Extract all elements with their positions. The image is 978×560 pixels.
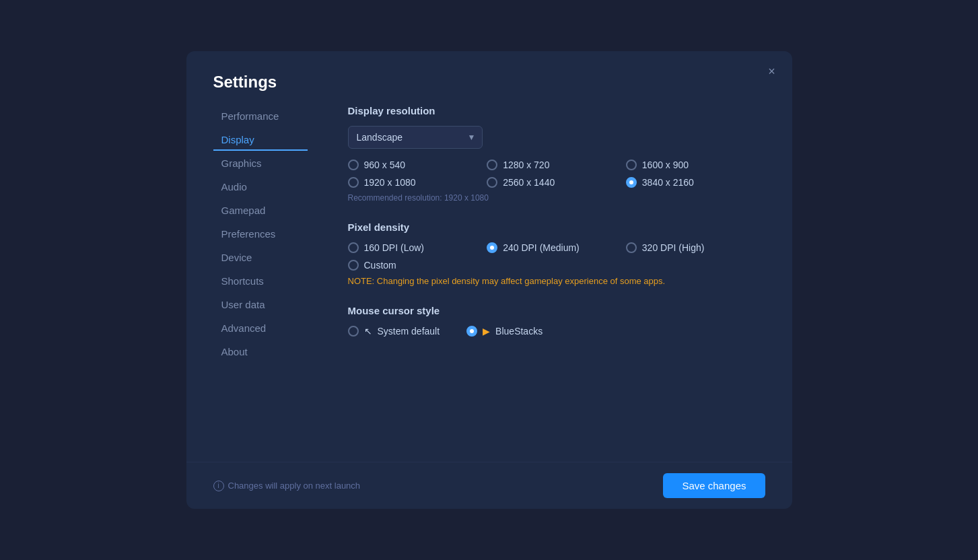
display-resolution-section: Display resolution Landscape Portrait ▼ … <box>348 105 765 203</box>
sidebar-item-user-data[interactable]: User data <box>213 293 308 316</box>
cursor-option-bluestacks[interactable]: ▶BlueStacks <box>466 326 543 337</box>
radio-label: 1280 x 720 <box>503 160 549 170</box>
settings-body: PerformanceDisplayGraphicsAudioGamepadPr… <box>186 105 792 462</box>
radio-circle <box>466 326 477 337</box>
resolution-option-960x540[interactable]: 960 x 540 <box>348 160 487 170</box>
resolution-option-1280x720[interactable]: 1280 x 720 <box>487 160 626 170</box>
cursor-label: BlueStacks <box>495 326 543 337</box>
cursor-icon: ↖ <box>364 326 372 337</box>
radio-label: Custom <box>364 260 396 271</box>
sidebar-item-gamepad[interactable]: Gamepad <box>213 199 308 221</box>
footer: i Changes will apply on next launch Save… <box>186 462 792 509</box>
radio-circle <box>348 242 359 253</box>
radio-circle <box>487 242 497 253</box>
resolution-options: 960 x 5401280 x 7201600 x 9001920 x 1080… <box>348 160 765 188</box>
footer-note-text: Changes will apply on next launch <box>228 481 361 491</box>
sidebar-item-shortcuts[interactable]: Shortcuts <box>213 270 308 292</box>
radio-label: 320 DPI (High) <box>642 242 705 253</box>
pixel-density-title: Pixel density <box>348 221 765 233</box>
radio-circle <box>487 160 497 170</box>
resolution-option-2560x1440[interactable]: 2560 x 1440 <box>487 177 626 188</box>
dpi-option-240[interactable]: 240 DPI (Medium) <box>487 242 626 253</box>
cursor-title: Mouse cursor style <box>348 305 765 316</box>
pixel-density-note: NOTE: Changing the pixel density may aff… <box>348 276 765 286</box>
cursor-section: Mouse cursor style ↖System default▶BlueS… <box>348 305 765 337</box>
radio-label: 240 DPI (Medium) <box>503 242 580 253</box>
resolution-dropdown[interactable]: Landscape Portrait <box>348 126 483 149</box>
cursor-option-system[interactable]: ↖System default <box>348 326 440 337</box>
sidebar-item-preferences[interactable]: Preferences <box>213 223 308 245</box>
radio-label: 960 x 540 <box>364 160 406 170</box>
main-content: Display resolution Landscape Portrait ▼ … <box>321 105 792 462</box>
radio-circle <box>626 160 637 170</box>
resolution-dropdown-wrap: Landscape Portrait ▼ <box>348 126 483 149</box>
sidebar-item-about[interactable]: About <box>213 341 308 363</box>
radio-circle <box>348 326 359 337</box>
dpi-option-custom[interactable]: Custom <box>348 260 487 271</box>
radio-label: 1920 x 1080 <box>364 177 416 188</box>
radio-circle <box>626 177 637 188</box>
footer-note: i Changes will apply on next launch <box>213 481 361 491</box>
cursor-options: ↖System default▶BlueStacks <box>348 326 765 337</box>
save-button[interactable]: Save changes <box>663 473 765 498</box>
sidebar-item-advanced[interactable]: Advanced <box>213 317 308 339</box>
dpi-option-160[interactable]: 160 DPI (Low) <box>348 242 487 253</box>
sidebar-item-performance[interactable]: Performance <box>213 105 308 127</box>
sidebar-item-graphics[interactable]: Graphics <box>213 152 308 174</box>
radio-label: 1600 x 900 <box>642 160 689 170</box>
close-button[interactable]: × <box>763 62 781 81</box>
radio-circle <box>348 160 359 170</box>
dpi-options: 160 DPI (Low)240 DPI (Medium)320 DPI (Hi… <box>348 242 765 271</box>
sidebar-item-display[interactable]: Display <box>213 129 308 151</box>
resolution-option-1600x900[interactable]: 1600 x 900 <box>626 160 765 170</box>
cursor-label: System default <box>378 326 440 337</box>
info-icon: i <box>213 481 224 491</box>
radio-circle <box>487 177 497 188</box>
resolution-option-3840x2160[interactable]: 3840 x 2160 <box>626 177 765 188</box>
resolution-option-1920x1080[interactable]: 1920 x 1080 <box>348 177 487 188</box>
radio-label: 160 DPI (Low) <box>364 242 424 253</box>
dpi-option-320[interactable]: 320 DPI (High) <box>626 242 765 253</box>
settings-dialog: × Settings PerformanceDisplayGraphicsAud… <box>186 51 792 509</box>
play-icon: ▶ <box>483 326 490 337</box>
page-title: Settings <box>186 51 792 105</box>
radio-circle <box>626 242 637 253</box>
radio-label: 3840 x 2160 <box>642 177 694 188</box>
sidebar: PerformanceDisplayGraphicsAudioGamepadPr… <box>186 105 321 462</box>
recommended-resolution-text: Recommended resolution: 1920 x 1080 <box>348 193 765 203</box>
sidebar-item-audio[interactable]: Audio <box>213 176 308 198</box>
sidebar-item-device[interactable]: Device <box>213 246 308 269</box>
radio-circle <box>348 260 359 271</box>
resolution-title: Display resolution <box>348 105 765 116</box>
radio-circle <box>348 177 359 188</box>
pixel-density-section: Pixel density 160 DPI (Low)240 DPI (Medi… <box>348 221 765 286</box>
radio-label: 2560 x 1440 <box>503 177 555 188</box>
